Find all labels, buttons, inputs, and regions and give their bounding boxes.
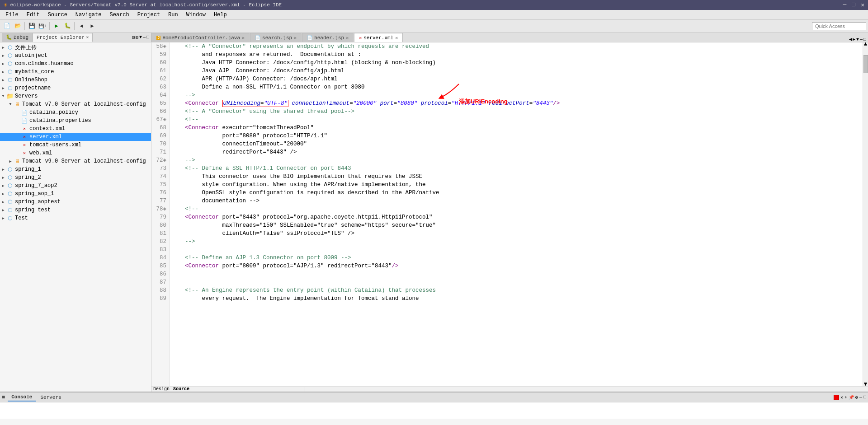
code-line: <!-- An Engine represents the entry poin… (171, 286, 861, 294)
toolbar-prev[interactable]: ◀ (76, 21, 86, 31)
console-stop-btn[interactable] (834, 395, 839, 400)
tree-item[interactable]: ▶⬡spring_test (0, 206, 151, 214)
tab-search-jsp[interactable]: 📄 search.jsp ✕ (250, 33, 302, 42)
menu-source[interactable]: Source (44, 11, 71, 19)
tab-project-explorer[interactable]: Project Explorer ✕ (33, 33, 93, 42)
menu-file[interactable]: File (2, 11, 22, 19)
tree-item[interactable]: ▶🖥Tomcat v9.0 Server at localhost-config (0, 157, 151, 165)
tree-arrow[interactable]: ▶ (0, 61, 6, 66)
tree-item[interactable]: 📄catalina.policy (0, 108, 151, 117)
tree-arrow[interactable]: ▶ (0, 53, 6, 58)
toolbar-save[interactable]: 💾 (27, 21, 37, 31)
close-tab-0[interactable]: ✕ (242, 35, 245, 41)
tree-item[interactable]: ▶⬡spring_2 (0, 173, 151, 182)
tab-debug[interactable]: 🐛 Debug (2, 33, 33, 42)
menu-navigate[interactable]: Navigate (72, 11, 105, 19)
close-tab-1[interactable]: ✕ (294, 35, 297, 41)
toolbar-debug[interactable]: 🐛 (62, 21, 72, 31)
menu-window[interactable]: Window (183, 11, 209, 19)
tree-item[interactable]: ▶⬡projectname (0, 84, 151, 92)
tree-arrow[interactable]: ▶ (0, 191, 6, 196)
tree-item[interactable]: ▼🖥Tomcat v7.0 Server at localhost-config (0, 100, 151, 108)
editor-scroll-left[interactable]: ◀ (849, 37, 852, 42)
line-number: 89 (154, 294, 166, 303)
tree-item[interactable]: ▶⬡OnlineShop (0, 76, 151, 84)
tab-server-xml[interactable]: ✕ server.xml ✕ (354, 33, 403, 42)
tree-arrow[interactable]: ▶ (7, 159, 14, 164)
menu-run[interactable]: Run (165, 11, 182, 19)
sidebar-expand-icon[interactable]: ⊞ (136, 35, 138, 40)
tree-item[interactable]: 📄catalina.properties (0, 117, 151, 125)
tree-item[interactable]: ▼📁Servers (0, 92, 151, 100)
code-line: This connector uses the BIO implementati… (171, 173, 861, 181)
tab-home-controller[interactable]: J HomeProductController.java ✕ (151, 33, 250, 42)
tree-item[interactable]: ▶⬡spring_7_aop2 (0, 182, 151, 190)
sidebar-menu-icon[interactable]: ▼ (139, 35, 142, 40)
tree-label: spring_2 (15, 174, 41, 181)
source-tab[interactable]: Source (173, 387, 189, 392)
tree-arrow[interactable]: ▶ (0, 183, 6, 188)
tree-label: catalina.properties (29, 117, 91, 124)
tree-item[interactable]: ▶⬡mybatis_core (0, 68, 151, 76)
tree-item[interactable]: ✕context.xml (0, 125, 151, 133)
tree-item[interactable]: ▶⬡spring_1 (0, 165, 151, 173)
tree-item[interactable]: ▶⬡文件上传 (0, 43, 151, 51)
tree-arrow[interactable]: ▶ (0, 86, 6, 91)
design-tab[interactable]: Design (153, 387, 170, 392)
menu-search[interactable]: Search (106, 11, 132, 19)
console-clear-btn[interactable]: ✕ (840, 395, 843, 400)
close-sidebar-icon[interactable]: ✕ (86, 35, 89, 40)
tab-servers[interactable]: Servers (37, 394, 65, 401)
console-settings[interactable]: ⚙ (855, 395, 858, 400)
menu-project[interactable]: Project (134, 11, 164, 19)
tree-label: context.xml (29, 126, 65, 132)
minimize-button[interactable]: ─ (843, 1, 847, 9)
toolbar-next[interactable]: ▶ (87, 21, 97, 31)
tree-item[interactable]: ▶⬡autoinject (0, 51, 151, 60)
tab-header-jsp[interactable]: 📄 header.jsp ✕ (302, 33, 354, 42)
toolbar-open[interactable]: 📂 (13, 21, 23, 31)
tree-item[interactable]: ✕tomcat-users.xml (0, 141, 151, 149)
tree-arrow[interactable]: ▼ (7, 102, 14, 107)
console-scroll-end[interactable]: ⬇ (844, 395, 847, 400)
tree-item[interactable]: ▶⬡com.clndmx.huanmao (0, 60, 151, 68)
toolbar-new[interactable]: 📄 (2, 21, 12, 31)
console-min[interactable]: — (859, 395, 862, 400)
tree-item[interactable]: ▶⬡spring_aoptest (0, 198, 151, 206)
quick-access-input[interactable] (812, 22, 866, 30)
tree-arrow[interactable]: ▶ (0, 45, 6, 50)
tree-item[interactable]: ✕server.xml (0, 133, 151, 141)
editor-min[interactable]: — (860, 37, 863, 42)
menu-edit[interactable]: Edit (23, 11, 43, 19)
tab-console[interactable]: Console (8, 393, 36, 402)
sidebar-max-icon[interactable]: □ (146, 35, 149, 40)
toolbar-run[interactable]: ▶ (52, 21, 61, 31)
console-max[interactable]: □ (863, 395, 866, 400)
tree-item[interactable]: ▶⬡spring_aop_1 (0, 190, 151, 198)
toolbar-save-all[interactable]: 💾+ (38, 21, 47, 31)
tree-arrow[interactable]: ▶ (0, 200, 6, 205)
tree-arrow[interactable]: ▼ (0, 94, 6, 98)
editor-scroll-right[interactable]: ▶ (853, 37, 855, 42)
sidebar-collapse-icon[interactable]: ⊟ (132, 35, 135, 40)
tree-arrow[interactable]: ▶ (0, 167, 6, 172)
close-tab-2[interactable]: ✕ (346, 35, 349, 41)
scrollbar-thumb[interactable] (863, 55, 868, 73)
maximize-button[interactable]: □ (852, 1, 855, 9)
editor-view-menu[interactable]: ▼ (856, 37, 859, 42)
tree-arrow[interactable]: ▶ (0, 208, 6, 213)
console-pin[interactable]: 📌 (849, 395, 854, 400)
tree-item[interactable]: ▶⬡Test (0, 214, 151, 222)
code-content[interactable]: <!-- A "Connector" represents an endpoin… (170, 42, 863, 386)
sidebar-min-icon[interactable]: — (143, 35, 146, 40)
tree-arrow[interactable]: ▶ (0, 78, 6, 83)
menu-help[interactable]: Help (210, 11, 231, 19)
vertical-scrollbar[interactable]: ▲ ▼ (863, 42, 868, 386)
close-button[interactable]: ✕ (861, 1, 864, 9)
editor-max[interactable]: □ (863, 37, 866, 42)
tree-arrow[interactable]: ▶ (0, 175, 6, 180)
close-tab-3[interactable]: ✕ (395, 35, 398, 41)
tree-arrow[interactable]: ▶ (0, 216, 6, 221)
tree-arrow[interactable]: ▶ (0, 70, 6, 75)
tree-item[interactable]: ✕web.xml (0, 149, 151, 157)
